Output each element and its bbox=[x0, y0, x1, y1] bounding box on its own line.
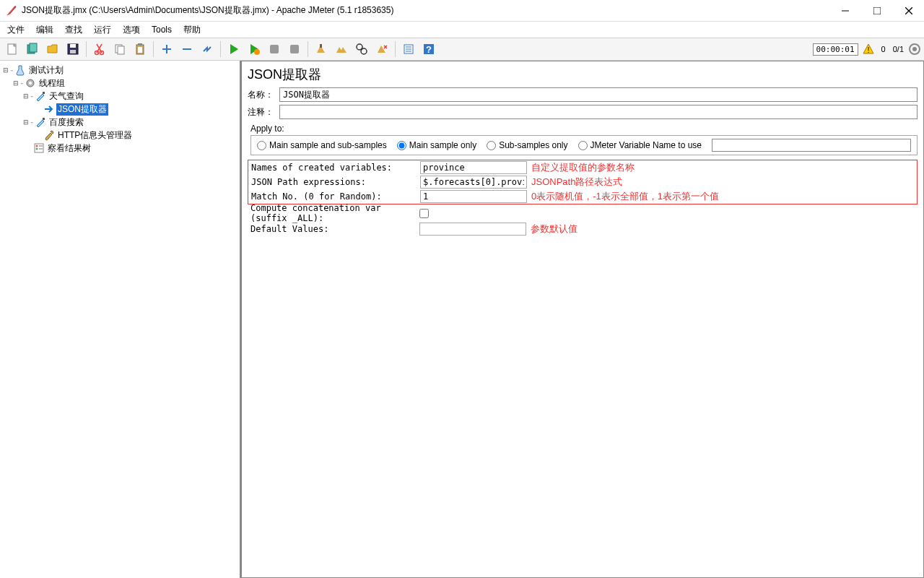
svg-point-37 bbox=[29, 82, 32, 85]
svg-rect-23 bbox=[320, 44, 322, 48]
flask-icon bbox=[14, 64, 26, 76]
thread-count: 0/1 bbox=[893, 45, 904, 53]
json-path-input[interactable] bbox=[420, 176, 527, 189]
pipette-icon bbox=[35, 90, 46, 102]
menubar: 文件 编辑 查找 运行 选项 Tools 帮助 bbox=[0, 22, 924, 38]
help-button[interactable]: ? bbox=[419, 40, 438, 59]
match-no-annotation: 0表示随机值，-1表示全部值，1表示第一个值 bbox=[527, 190, 917, 203]
tree-test-plan[interactable]: ⊟·· 测试计划 bbox=[1, 64, 238, 77]
clear-all-button[interactable] bbox=[332, 40, 351, 59]
tree-baidu-sampler[interactable]: ⊟·· 百度搜索 bbox=[1, 116, 238, 129]
jmeter-var-input[interactable] bbox=[712, 139, 911, 152]
panel-title: JSON提取器 bbox=[248, 66, 918, 83]
stop-button[interactable] bbox=[265, 40, 284, 59]
shutdown-button[interactable] bbox=[285, 40, 304, 59]
elapsed-time: 00:00:01 bbox=[813, 43, 858, 56]
save-button[interactable] bbox=[64, 40, 82, 59]
close-button[interactable] bbox=[899, 4, 918, 18]
arrow-icon bbox=[43, 103, 55, 115]
feather-icon bbox=[6, 5, 17, 17]
minimize-button[interactable] bbox=[836, 4, 855, 18]
expand-button[interactable] bbox=[157, 40, 176, 59]
apply-to-label: Apply to: bbox=[250, 124, 918, 134]
function-helper-button[interactable] bbox=[399, 40, 418, 59]
comment-label: 注释： bbox=[248, 106, 279, 118]
var-names-annotation: 自定义提取值的参数名称 bbox=[527, 161, 917, 174]
svg-rect-21 bbox=[270, 45, 279, 53]
default-values-input[interactable] bbox=[419, 223, 526, 236]
json-path-annotation: JSONPath路径表达式 bbox=[527, 176, 917, 189]
radio-main-only[interactable]: Main sample only bbox=[397, 140, 476, 150]
svg-rect-22 bbox=[290, 45, 299, 53]
maximize-button[interactable] bbox=[868, 4, 886, 18]
svg-point-20 bbox=[254, 49, 260, 55]
window-title: JSON提取器.jmx (C:\Users\Admin\Documents\JS… bbox=[22, 4, 836, 17]
menu-help[interactable]: 帮助 bbox=[179, 22, 205, 38]
toolbar: ? 00:00:01 ! 0 0/1 bbox=[0, 38, 924, 61]
threads-icon bbox=[908, 43, 921, 56]
svg-rect-39 bbox=[43, 118, 45, 120]
svg-rect-44 bbox=[39, 148, 43, 150]
menu-file[interactable]: 文件 bbox=[3, 22, 29, 38]
properties-panel: JSON提取器 名称： 注释： Apply to: Main sample an… bbox=[241, 61, 924, 578]
start-button[interactable] bbox=[225, 40, 243, 59]
radio-main-sub[interactable]: Main sample and sub-samples bbox=[257, 140, 387, 150]
radio-jmeter-var[interactable]: JMeter Variable Name to use bbox=[578, 140, 702, 150]
reset-search-button[interactable] bbox=[372, 40, 391, 59]
match-no-label: Match No. (0 for Random): bbox=[248, 191, 420, 202]
menu-options[interactable]: 选项 bbox=[118, 22, 144, 38]
copy-button[interactable] bbox=[110, 40, 129, 59]
var-names-label: Names of created variables: bbox=[248, 163, 420, 173]
paste-button[interactable] bbox=[131, 40, 149, 59]
toggle-button[interactable] bbox=[198, 40, 217, 59]
concat-label: Compute concatenation var (suffix _ALL): bbox=[248, 203, 419, 223]
cut-button[interactable] bbox=[90, 40, 109, 59]
default-values-annotation: 参数默认值 bbox=[526, 223, 918, 236]
svg-point-35 bbox=[912, 47, 917, 51]
menu-tools[interactable]: Tools bbox=[147, 23, 176, 36]
window-titlebar: JSON提取器.jmx (C:\Users\Admin\Documents\JS… bbox=[0, 0, 924, 22]
wrench-icon bbox=[43, 129, 55, 141]
comment-input[interactable] bbox=[279, 105, 918, 119]
svg-point-41 bbox=[36, 145, 38, 147]
gear-icon bbox=[25, 77, 36, 89]
open-button[interactable] bbox=[43, 40, 62, 59]
search-button[interactable] bbox=[352, 40, 371, 59]
svg-text:?: ? bbox=[426, 44, 432, 55]
clear-button[interactable] bbox=[312, 40, 331, 59]
concat-checkbox[interactable] bbox=[419, 209, 429, 218]
tree-panel: ⊟·· 测试计划 ⊟·· 线程组 ⊟·· 天气查询 JSON提取器 ⊟·· 百度… bbox=[0, 61, 241, 578]
tree-http-header-manager[interactable]: HTTP信息头管理器 bbox=[1, 129, 238, 142]
collapse-button[interactable] bbox=[178, 40, 196, 59]
svg-point-42 bbox=[36, 148, 38, 150]
svg-rect-8 bbox=[70, 44, 76, 48]
results-tree-icon bbox=[33, 142, 45, 154]
default-values-label: Default Values: bbox=[248, 224, 419, 234]
tree-view-results[interactable]: 察看结果树 bbox=[1, 142, 238, 155]
apply-to-radios: Main sample and sub-samples Main sample … bbox=[250, 135, 918, 155]
svg-rect-6 bbox=[30, 43, 37, 52]
start-no-pause-button[interactable] bbox=[245, 40, 263, 59]
svg-rect-13 bbox=[118, 46, 124, 54]
tree-weather-sampler[interactable]: ⊟·· 天气查询 bbox=[1, 90, 238, 103]
new-button[interactable] bbox=[3, 40, 22, 59]
name-input[interactable] bbox=[279, 87, 918, 102]
svg-text:!: ! bbox=[867, 46, 869, 54]
var-names-input[interactable] bbox=[420, 161, 527, 174]
menu-edit[interactable]: 编辑 bbox=[32, 22, 58, 38]
parameters-grid: Names of created variables: 自定义提取值的参数名称 … bbox=[248, 160, 918, 204]
match-no-input[interactable] bbox=[420, 190, 527, 203]
menu-search[interactable]: 查找 bbox=[61, 22, 87, 38]
radio-sub-only[interactable]: Sub-samples only bbox=[487, 140, 567, 150]
templates-button[interactable] bbox=[23, 40, 42, 59]
menu-run[interactable]: 运行 bbox=[90, 22, 116, 38]
svg-rect-43 bbox=[39, 145, 43, 147]
name-label: 名称： bbox=[248, 89, 279, 101]
svg-rect-16 bbox=[138, 47, 142, 53]
svg-rect-15 bbox=[138, 43, 142, 46]
pipette-icon bbox=[35, 116, 46, 128]
tree-json-extractor[interactable]: JSON提取器 bbox=[1, 103, 238, 116]
svg-rect-9 bbox=[70, 50, 76, 53]
tree-thread-group[interactable]: ⊟·· 线程组 bbox=[1, 77, 238, 90]
json-path-label: JSON Path expressions: bbox=[248, 177, 420, 187]
